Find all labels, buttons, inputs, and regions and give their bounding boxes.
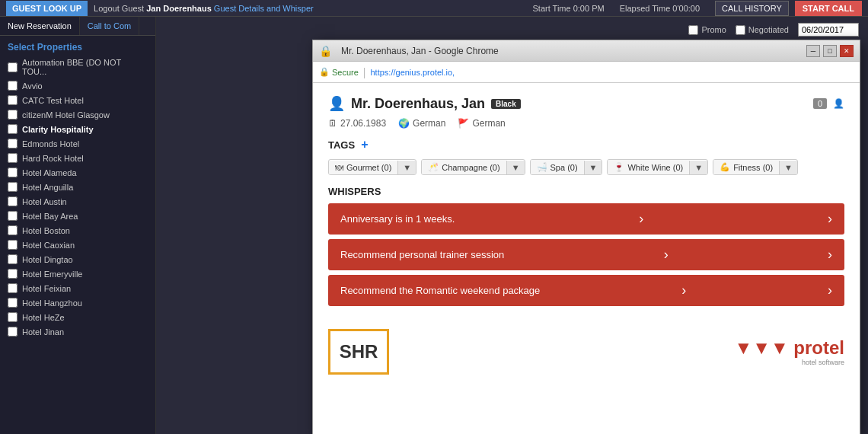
property-list-item[interactable]: CATC Test Hotel: [0, 93, 155, 107]
tag-pills: 🍽Gourmet (0)▼🥂Champagne (0)▼🛁Spa (0)▼🍷Wh…: [328, 159, 844, 175]
property-list-item[interactable]: Hotel Feixian: [0, 281, 155, 295]
property-list-item[interactable]: Automation BBE (DO NOT TOU...: [0, 56, 155, 78]
property-list-item[interactable]: Hotel Anguilla: [0, 180, 155, 194]
tag-pill-expand[interactable]: ▼: [689, 161, 707, 174]
negotiated-label: Negotiated: [748, 25, 789, 34]
select-properties-label: Select Properties: [0, 36, 155, 56]
whisper-arrow: ›: [681, 282, 686, 298]
tag-label: Gourmet (0): [346, 163, 391, 172]
tag-pill-expand[interactable]: ▼: [779, 161, 797, 174]
property-checkbox[interactable]: [8, 225, 18, 235]
promo-label: Promo: [701, 25, 726, 34]
secure-badge: 🔒 Secure: [319, 67, 359, 77]
property-checkbox[interactable]: [8, 182, 18, 192]
property-list-item[interactable]: Hotel Emeryville: [0, 266, 155, 281]
guest-lookup-button[interactable]: GUEST LOOK UP: [6, 1, 88, 16]
url-text: https://genius.protel.io,: [371, 68, 455, 77]
whispers-label: WHISPERS: [328, 186, 844, 197]
property-list-item[interactable]: Edmonds Hotel: [0, 136, 155, 151]
tag-pill-expand[interactable]: ▼: [584, 161, 602, 174]
left-panel: New Reservation Call to Com Select Prope…: [0, 17, 156, 434]
property-label: Hotel Feixian: [22, 284, 71, 293]
guest-counter: 0: [813, 98, 827, 109]
property-label: Hotel Jinan: [22, 327, 64, 337]
property-label: Automation BBE (DO NOT TOU...: [22, 58, 148, 76]
property-checkbox[interactable]: [8, 312, 18, 322]
property-label: Hotel Bay Area: [22, 212, 78, 221]
property-checkbox[interactable]: [8, 269, 18, 279]
tag-label: Champagne (0): [442, 163, 499, 172]
property-checkbox[interactable]: [8, 139, 18, 148]
tag-pill-expand[interactable]: ▼: [397, 161, 416, 174]
property-checkbox[interactable]: [8, 153, 18, 163]
guest-language: 🚩 German: [458, 118, 505, 129]
property-list-item[interactable]: Hotel Boston: [0, 223, 155, 238]
add-tag-button[interactable]: +: [361, 138, 368, 152]
start-call-button[interactable]: START CALL: [795, 1, 862, 16]
tag-pill-expand[interactable]: ▼: [506, 161, 525, 174]
property-checkbox[interactable]: [8, 298, 18, 308]
property-list-item[interactable]: Hard Rock Hotel: [0, 151, 155, 165]
property-checkbox[interactable]: [8, 81, 18, 91]
minimize-button[interactable]: ─: [806, 45, 820, 57]
property-label: Hotel Emeryville: [22, 270, 82, 279]
property-checkbox[interactable]: [8, 196, 18, 206]
logout-text: Logout Guest Jan Doerenhaus Guest Detail…: [94, 4, 314, 13]
negotiated-checkbox[interactable]: [736, 25, 745, 35]
protel-mark: ▼▼▼ protel: [734, 337, 844, 359]
left-tabs: New Reservation Call to Com: [0, 17, 155, 36]
tab-call-to-com[interactable]: Call to Com: [80, 17, 139, 35]
property-list-item[interactable]: Hotel Alameda: [0, 165, 155, 180]
property-checkbox[interactable]: [8, 110, 18, 120]
property-checkbox[interactable]: [8, 283, 18, 293]
property-label: Avvio: [22, 81, 43, 91]
property-checkbox[interactable]: [8, 168, 18, 177]
property-list-item[interactable]: Clarity Hospitality: [0, 122, 155, 136]
property-list-item[interactable]: Hotel HeZe: [0, 310, 155, 324]
property-label: Hotel Dingtao: [22, 255, 73, 264]
property-list-item[interactable]: Hotel Jinan: [0, 324, 155, 339]
property-list-item[interactable]: Avvio: [0, 78, 155, 93]
property-list-item[interactable]: Hotel Austin: [0, 194, 155, 209]
property-label: Hard Rock Hotel: [22, 154, 84, 163]
tag-pill: 🍽Gourmet (0)▼: [328, 159, 416, 175]
property-checkbox[interactable]: [8, 211, 18, 221]
tag-pill: 💪Fitness (0)▼: [713, 159, 798, 175]
property-checkbox[interactable]: [8, 95, 18, 105]
whisper-item[interactable]: Anniversary is in 1 weeks.›: [328, 203, 844, 235]
guest-header-right: 0 👤: [813, 98, 844, 109]
tab-new-reservation[interactable]: New Reservation: [0, 17, 80, 35]
browser-content: 👤 Mr. Doerenhaus, Jan Black 0 👤 🗓 27.06.…: [313, 83, 860, 434]
browser-addressbar: 🔒 Secure | https://genius.protel.io,: [313, 62, 860, 83]
guest-badge: Black: [491, 99, 521, 109]
maximize-button[interactable]: □: [823, 45, 837, 57]
tag-icon: 🍽: [335, 163, 343, 172]
close-button[interactable]: ✕: [840, 45, 854, 57]
whisper-item[interactable]: Recommend personal trainer session›: [328, 239, 844, 270]
property-checkbox[interactable]: [8, 124, 18, 134]
property-checkbox[interactable]: [8, 240, 18, 250]
property-list-item[interactable]: citizenM Hotel Glasgow: [0, 107, 155, 122]
whisper-item[interactable]: Recommend the Romantic weekend package›: [328, 275, 844, 306]
start-time: Start Time 0:00 PM: [532, 4, 604, 13]
property-list-item[interactable]: Hotel Hangzhou: [0, 295, 155, 310]
call-history-button[interactable]: CALL HISTORY: [715, 1, 789, 16]
protel-sub: hotel software: [802, 359, 844, 366]
guest-details-link[interactable]: Guest Details and Whisper: [214, 4, 314, 13]
property-list-item[interactable]: Hotel Dingtao: [0, 252, 155, 266]
profile-icon: 👤: [833, 98, 844, 109]
property-checkbox[interactable]: [8, 62, 18, 72]
property-list-item[interactable]: Hotel Caoxian: [0, 238, 155, 252]
tag-pill: 🛁Spa (0)▼: [530, 159, 603, 175]
browser-popup: 🔒 Mr. Doerenhaus, Jan - Google Chrome ─ …: [312, 40, 860, 434]
property-list-item[interactable]: Hotel Bay Area: [0, 209, 155, 223]
tags-label: TAGS: [328, 139, 355, 151]
property-label: Hotel Anguilla: [22, 183, 73, 192]
property-label: Hotel Boston: [22, 226, 70, 235]
promo-checkbox[interactable]: [688, 25, 698, 35]
protel-logo: ▼▼▼ protel hotel software: [734, 337, 844, 366]
tag-label: White Wine (0): [627, 163, 683, 172]
departure-date-input[interactable]: [798, 23, 859, 37]
property-checkbox[interactable]: [8, 327, 18, 337]
property-checkbox[interactable]: [8, 254, 18, 264]
